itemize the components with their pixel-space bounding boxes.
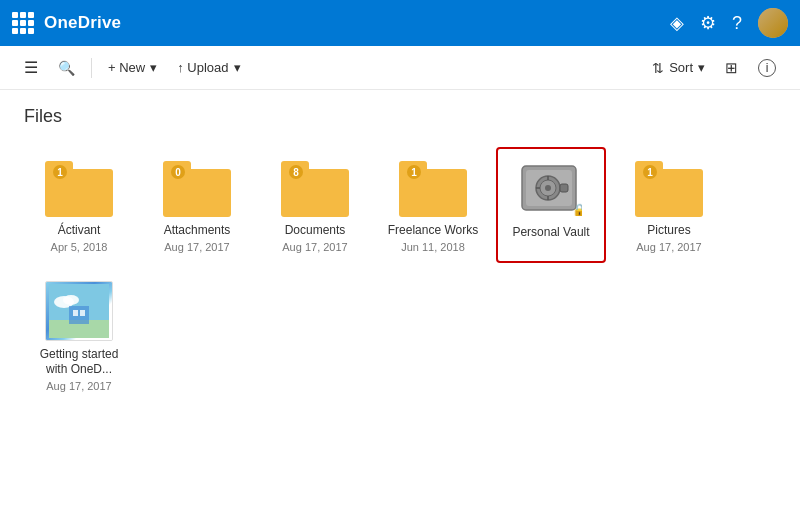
file-name: Getting started with OneD... <box>32 347 126 378</box>
search-icon: 🔍 <box>58 60 75 76</box>
top-nav: OneDrive ◈ ⚙ ? <box>0 0 800 46</box>
file-date: Aug 17, 2017 <box>282 241 347 253</box>
folder-badge: 1 <box>643 165 657 179</box>
folder-badge: 1 <box>407 165 421 179</box>
vault-icon-wrap: 🔒 <box>517 159 585 219</box>
toolbar: ☰ 🔍 + New ▾ ↑ Upload ▾ ⇅ Sort ▾ ⊞ i <box>0 46 800 90</box>
page-title: Files <box>24 106 776 127</box>
svg-rect-14 <box>69 306 89 324</box>
file-item-1[interactable]: 0 Attachments Aug 17, 2017 <box>142 147 252 263</box>
grid-view-button[interactable]: ⊞ <box>717 54 746 82</box>
svg-rect-15 <box>73 310 78 316</box>
diamond-icon[interactable]: ◈ <box>670 12 684 34</box>
brand-title: OneDrive <box>44 13 121 33</box>
sort-button[interactable]: ⇅ Sort ▾ <box>644 55 713 81</box>
sort-label: Sort <box>669 60 693 75</box>
svg-point-4 <box>545 185 551 191</box>
file-item-4[interactable]: 🔒 Personal Vault <box>496 147 606 263</box>
new-button[interactable]: + New ▾ <box>100 55 165 80</box>
toolbar-right: ⇅ Sort ▾ ⊞ i <box>644 54 784 82</box>
upload-label: ↑ Upload <box>177 60 228 75</box>
top-nav-right: ◈ ⚙ ? <box>670 8 788 38</box>
file-name: Attachments <box>164 223 231 239</box>
upload-chevron-icon: ▾ <box>234 60 241 75</box>
new-chevron-icon: ▾ <box>150 60 157 75</box>
file-item-2[interactable]: 8 Documents Aug 17, 2017 <box>260 147 370 263</box>
folder-badge: 8 <box>289 165 303 179</box>
search-button[interactable]: 🔍 <box>50 55 83 81</box>
upload-button[interactable]: ↑ Upload ▾ <box>169 55 248 80</box>
svg-point-12 <box>63 295 79 305</box>
file-date: Jun 11, 2018 <box>401 241 465 253</box>
menu-button[interactable]: ☰ <box>16 53 46 82</box>
file-name: Personal Vault <box>512 225 589 241</box>
file-name: Freelance Works <box>388 223 478 239</box>
info-icon: i <box>758 59 776 77</box>
help-icon[interactable]: ? <box>732 13 742 34</box>
grid-icon: ⊞ <box>725 59 738 77</box>
file-item-0[interactable]: 1 Áctivant Apr 5, 2018 <box>24 147 134 263</box>
new-label: + New <box>108 60 145 75</box>
file-date: Apr 5, 2018 <box>51 241 108 253</box>
folder-icon: 1 <box>635 157 703 217</box>
svg-text:🔒: 🔒 <box>572 202 582 216</box>
file-name: Áctivant <box>58 223 101 239</box>
file-date: Aug 17, 2017 <box>46 380 111 392</box>
folder-icon: 1 <box>399 157 467 217</box>
avatar[interactable] <box>758 8 788 38</box>
file-name: Pictures <box>647 223 690 239</box>
sort-icon: ⇅ <box>652 60 664 76</box>
file-item-5[interactable]: 1 Pictures Aug 17, 2017 <box>614 147 724 263</box>
info-button[interactable]: i <box>750 54 784 82</box>
divider-1 <box>91 58 92 78</box>
folder-icon: 0 <box>163 157 231 217</box>
file-item-3[interactable]: 1 Freelance Works Jun 11, 2018 <box>378 147 488 263</box>
file-date: Aug 17, 2017 <box>636 241 701 253</box>
file-item-6[interactable]: Getting started with OneD... Aug 17, 201… <box>24 271 134 402</box>
svg-rect-16 <box>80 310 85 316</box>
folder-badge: 1 <box>53 165 67 179</box>
main-content: Files 1 Áctivant Apr 5, 2018 0 Attachmen… <box>0 90 800 529</box>
menu-icon: ☰ <box>24 58 38 77</box>
folder-icon: 8 <box>281 157 349 217</box>
file-date: Aug 17, 2017 <box>164 241 229 253</box>
vault-svg: 🔒 <box>520 162 582 216</box>
folder-icon: 1 <box>45 157 113 217</box>
settings-icon[interactable]: ⚙ <box>700 12 716 34</box>
doc-thumbnail <box>45 281 113 341</box>
sort-chevron-icon: ▾ <box>698 60 705 75</box>
svg-rect-5 <box>560 184 568 192</box>
folder-badge: 0 <box>171 165 185 179</box>
file-grid: 1 Áctivant Apr 5, 2018 0 Attachments Aug… <box>24 147 776 402</box>
waffle-icon[interactable] <box>12 12 34 34</box>
file-name: Documents <box>285 223 346 239</box>
